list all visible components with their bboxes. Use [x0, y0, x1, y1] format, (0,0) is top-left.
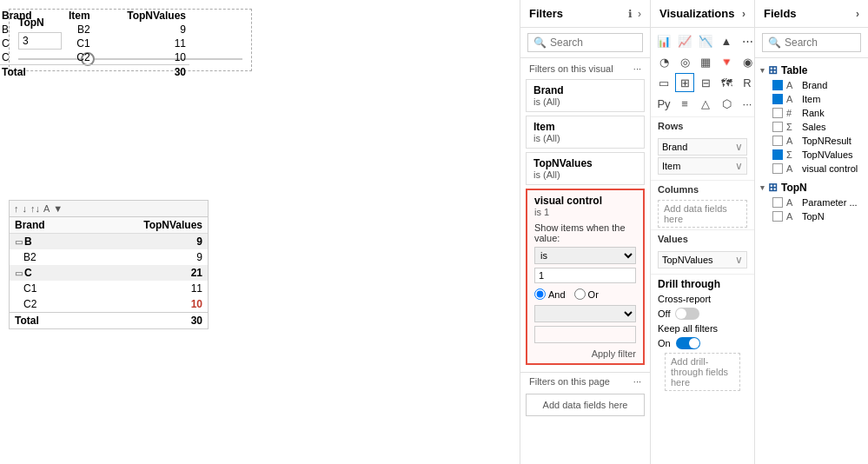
filter-condition-select[interactable]: is is not is less than is greater than [534, 247, 636, 264]
field-item-topnresult[interactable]: A TopNResult [760, 134, 863, 148]
matrix-child-row: C2 10 [10, 296, 208, 313]
fields-search-input[interactable] [785, 36, 855, 49]
toolbar-sort-asc-icon[interactable]: ↑ [14, 203, 19, 214]
filter-value-input[interactable] [534, 268, 636, 283]
fields-title: Fields [764, 7, 797, 20]
field-sales-checkbox[interactable] [772, 122, 783, 132]
add-drill-through-placeholder[interactable]: Add drill-through fields here [665, 353, 740, 391]
field-item-sales[interactable]: Σ Sales [760, 120, 863, 134]
viz-field-item-remove-icon[interactable]: ∨ [735, 160, 743, 172]
field-item-brand[interactable]: A Brand [760, 78, 863, 92]
viz-icon-py[interactable]: Py [654, 94, 673, 113]
filters-header-icons: ℹ › [628, 8, 641, 20]
viz-icon-matrix[interactable]: ⊟ [696, 73, 715, 92]
filter-info-icon[interactable]: ℹ [628, 8, 633, 20]
filter-card-brand[interactable]: Brand is (All) [526, 79, 645, 112]
field-item-topn[interactable]: A TopN [760, 209, 863, 223]
filter-and-radio[interactable] [534, 288, 546, 300]
filters-header: Filters ℹ › [520, 0, 650, 28]
keep-all-label: Keep all filters [658, 323, 718, 334]
fields-panel-header: Fields › [755, 0, 868, 28]
expand-icon[interactable]: ▭ [15, 268, 23, 278]
viz-icon-gauge[interactable]: ◉ [738, 52, 757, 71]
viz-icon-donut[interactable]: ◎ [675, 52, 694, 71]
matrix-child-row: C1 11 [10, 281, 208, 296]
viz-icon-card[interactable]: ▭ [654, 73, 673, 92]
filters-search-area: 🔍 [520, 28, 650, 58]
field-item-visualcontrol[interactable]: A visual control [760, 162, 863, 176]
viz-icon-pie[interactable]: ◔ [654, 52, 673, 71]
field-rank-type-icon: # [786, 108, 798, 118]
viz-icon-line[interactable]: 📉 [696, 31, 715, 50]
viz-icon-r[interactable]: R [738, 73, 757, 92]
drill-through-section: Drill through Cross-report Off Keep all … [651, 274, 754, 396]
viz-field-item[interactable]: Item ∨ [658, 157, 747, 175]
filters-search-box: 🔍 [527, 33, 643, 52]
field-brand-checkbox[interactable] [772, 80, 783, 90]
viz-icon-area[interactable]: ▲ [717, 31, 736, 50]
filter-value2-input[interactable] [534, 326, 636, 343]
viz-icon-custom1[interactable]: ⬡ [717, 94, 736, 113]
viz-icon-bar[interactable]: 📊 [654, 31, 673, 50]
field-topn-type-icon: A [786, 211, 798, 222]
field-item-parameter[interactable]: A Parameter ... [760, 196, 863, 209]
viz-columns-placeholder[interactable]: Add data fields here [658, 200, 747, 228]
viz-icon-shape[interactable]: △ [696, 94, 715, 113]
field-item-topnvalues[interactable]: Σ TopNValues [760, 148, 863, 162]
viz-icon-map[interactable]: 🗺 [717, 73, 736, 92]
filters-add-data-btn[interactable]: Add data fields here [526, 394, 645, 416]
viz-field-topnvalues[interactable]: TopNValues ∨ [658, 251, 747, 268]
filter-or-radio[interactable] [574, 288, 586, 300]
viz-icon-funnel[interactable]: 🔻 [717, 52, 736, 71]
viz-panel-chevron-icon[interactable]: › [742, 8, 745, 20]
viz-icon-more[interactable]: ··· [738, 94, 757, 113]
field-topnresult-checkbox[interactable] [772, 136, 783, 146]
field-visualcontrol-checkbox[interactable] [772, 163, 783, 174]
apply-filter-button[interactable]: Apply filter [592, 348, 636, 359]
toolbar-az-icon[interactable]: A [43, 203, 50, 214]
field-sales-type-icon: Σ [786, 122, 798, 132]
field-rank-checkbox[interactable] [772, 108, 783, 118]
toolbar-sort-desc-icon[interactable]: ↓ [23, 203, 28, 214]
viz-icon-column[interactable]: 📈 [675, 31, 694, 50]
toolbar-sort-both-icon[interactable]: ↑↓ [30, 203, 40, 214]
viz-field-brand[interactable]: Brand ∨ [658, 138, 747, 156]
filter-card-visual-control[interactable]: visual control is 1 Show items when the … [526, 189, 645, 365]
cross-report-label: Cross-report [658, 294, 711, 304]
filters-on-page-more-icon[interactable]: ··· [633, 376, 641, 387]
filter-card-topnvalues[interactable]: TopNValues is (All) [526, 152, 645, 185]
filter-condition2-dropdown: is is not [534, 305, 636, 322]
expand-icon[interactable]: ▭ [15, 237, 23, 247]
field-topnvalues-type-icon: Σ [786, 149, 798, 160]
field-item-rank[interactable]: # Rank [760, 106, 863, 120]
viz-icon-table[interactable]: ⊞ [675, 73, 694, 92]
col-header-item: Item [52, 9, 94, 23]
fields-chevron-icon[interactable]: › [856, 8, 859, 20]
field-item-item[interactable]: A Item [760, 92, 863, 106]
filters-on-visual-label: Filters on this visual ··· [520, 58, 650, 79]
filter-value-input-container [534, 268, 636, 283]
filter-chevron-icon[interactable]: › [638, 8, 641, 20]
field-topnvalues-checkbox[interactable] [772, 149, 783, 160]
cross-report-row: Cross-report [658, 294, 747, 304]
keep-all-toggle[interactable] [676, 337, 700, 349]
field-parameter-checkbox[interactable] [772, 197, 783, 208]
fields-group-topn-header[interactable]: ▾ ⊞ TopN [760, 179, 863, 196]
fields-group-table-header[interactable]: ▾ ⊞ Table [760, 62, 863, 78]
filter-card-item[interactable]: Item is (All) [526, 116, 645, 149]
viz-field-brand-remove-icon[interactable]: ∨ [735, 141, 743, 153]
viz-icon-treemap[interactable]: ▦ [696, 52, 715, 71]
filter-radio-group: And Or [534, 288, 636, 300]
viz-icon-scatter[interactable]: ⋯ [738, 31, 757, 50]
toolbar-filter-icon[interactable]: ▼ [53, 203, 63, 214]
cross-report-toggle[interactable] [675, 308, 699, 320]
viz-field-topnvalues-remove-icon[interactable]: ∨ [735, 254, 743, 266]
field-topn-checkbox[interactable] [772, 211, 783, 222]
filters-panel: Filters ℹ › 🔍 Filters on this visual ···… [520, 0, 651, 464]
filters-search-input[interactable] [550, 36, 637, 49]
field-item-checkbox[interactable] [772, 94, 783, 104]
fields-tree: ▾ ⊞ Table A Brand A Item # Rank [755, 58, 868, 464]
filters-on-visual-more-icon[interactable]: ··· [633, 63, 641, 74]
viz-icon-slicer[interactable]: ≡ [675, 94, 694, 113]
filter-condition2-select[interactable]: is is not [534, 305, 636, 322]
